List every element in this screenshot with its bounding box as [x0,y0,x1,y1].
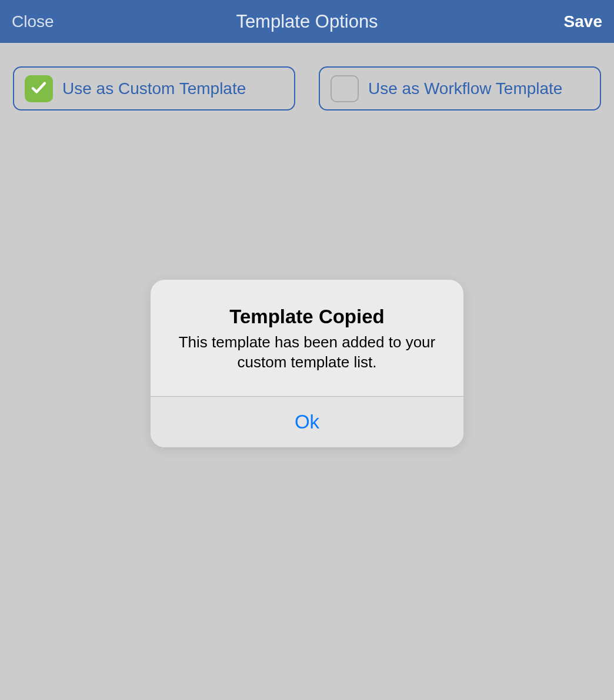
ok-button[interactable]: Ok [151,397,463,447]
alert-dialog: Template Copied This template has been a… [151,280,463,447]
alert-message: This template has been added to your cus… [168,333,446,373]
alert-content: Template Copied This template has been a… [151,280,463,396]
alert-title: Template Copied [168,306,446,328]
modal-overlay: Template Copied This template has been a… [0,0,614,700]
